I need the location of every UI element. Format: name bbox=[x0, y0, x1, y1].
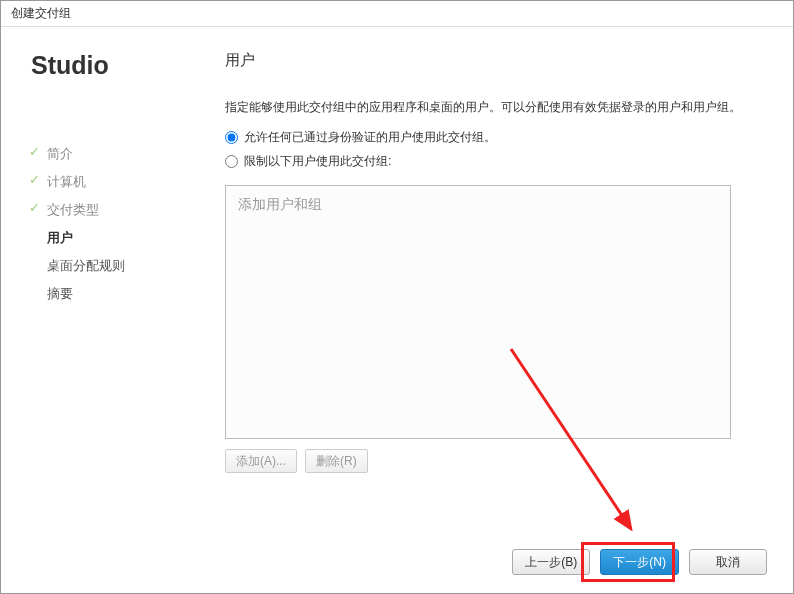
radio-allow-any[interactable] bbox=[225, 131, 238, 144]
radio-restrict-row[interactable]: 限制以下用户使用此交付组: bbox=[225, 153, 767, 170]
step-machines[interactable]: 计算机 bbox=[29, 168, 189, 196]
step-summary[interactable]: 摘要 bbox=[29, 280, 189, 308]
page-description: 指定能够使用此交付组中的应用程序和桌面的用户。可以分配使用有效凭据登录的用户和用… bbox=[225, 98, 767, 117]
step-label: 摘要 bbox=[47, 285, 73, 303]
brand-title: Studio bbox=[31, 51, 189, 80]
main-panel: 用户 指定能够使用此交付组中的应用程序和桌面的用户。可以分配使用有效凭据登录的用… bbox=[205, 27, 793, 593]
listbox-placeholder: 添加用户和组 bbox=[238, 196, 322, 212]
next-button[interactable]: 下一步(N) bbox=[600, 549, 679, 575]
titlebar: 创建交付组 bbox=[1, 1, 793, 27]
step-label: 简介 bbox=[47, 145, 73, 163]
list-actions: 添加(A)... 删除(R) bbox=[225, 449, 767, 473]
remove-button[interactable]: 删除(R) bbox=[305, 449, 368, 473]
step-label: 交付类型 bbox=[47, 201, 99, 219]
radio-allow-any-row[interactable]: 允许任何已通过身份验证的用户使用此交付组。 bbox=[225, 129, 767, 146]
step-label: 桌面分配规则 bbox=[47, 257, 125, 275]
back-button[interactable]: 上一步(B) bbox=[512, 549, 590, 575]
page-heading: 用户 bbox=[225, 51, 767, 70]
user-listbox[interactable]: 添加用户和组 bbox=[225, 185, 731, 439]
next-button-label: 下一步(N) bbox=[613, 555, 666, 569]
footer-buttons: 上一步(B) 下一步(N) 取消 bbox=[512, 549, 767, 575]
step-label: 计算机 bbox=[47, 173, 86, 191]
radio-allow-any-label: 允许任何已通过身份验证的用户使用此交付组。 bbox=[244, 129, 496, 146]
cancel-button[interactable]: 取消 bbox=[689, 549, 767, 575]
dialog-window: 创建交付组 Studio 简介 计算机 交付类型 用户 桌面分配规则 摘要 用户… bbox=[0, 0, 794, 594]
step-intro[interactable]: 简介 bbox=[29, 140, 189, 168]
wizard-steps: 简介 计算机 交付类型 用户 桌面分配规则 摘要 bbox=[29, 140, 189, 308]
radio-restrict[interactable] bbox=[225, 155, 238, 168]
window-title: 创建交付组 bbox=[11, 5, 71, 22]
add-button[interactable]: 添加(A)... bbox=[225, 449, 297, 473]
sidebar: Studio 简介 计算机 交付类型 用户 桌面分配规则 摘要 bbox=[1, 27, 205, 593]
step-delivery-type[interactable]: 交付类型 bbox=[29, 196, 189, 224]
step-label: 用户 bbox=[47, 229, 73, 247]
step-users[interactable]: 用户 bbox=[29, 224, 189, 252]
dialog-body: Studio 简介 计算机 交付类型 用户 桌面分配规则 摘要 用户 指定能够使… bbox=[1, 27, 793, 593]
step-desktop-assignment[interactable]: 桌面分配规则 bbox=[29, 252, 189, 280]
radio-restrict-label: 限制以下用户使用此交付组: bbox=[244, 153, 391, 170]
